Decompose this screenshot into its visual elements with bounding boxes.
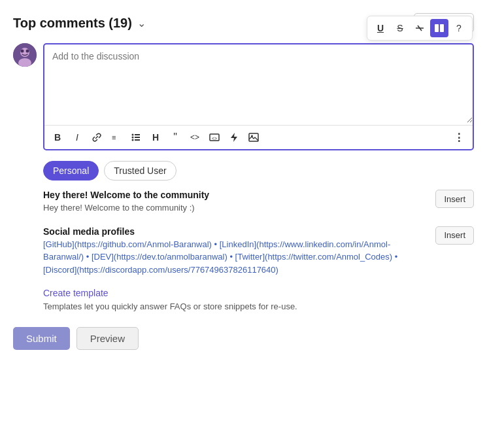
svg-point-12 bbox=[132, 137, 134, 139]
svg-point-14 bbox=[132, 139, 134, 141]
svg-point-10 bbox=[132, 134, 134, 136]
strikethrough-button[interactable]: S bbox=[391, 19, 409, 37]
code-button[interactable]: <> bbox=[186, 128, 204, 146]
help-button[interactable]: ? bbox=[450, 19, 468, 37]
svg-rect-15 bbox=[135, 139, 140, 141]
heading-button[interactable]: H bbox=[146, 128, 165, 146]
svg-rect-7 bbox=[435, 24, 439, 32]
svg-text:≡: ≡ bbox=[112, 133, 116, 141]
trusted-user-tab[interactable]: Trusted User bbox=[104, 161, 176, 181]
header-left: Top comments (19) ⌄ bbox=[13, 16, 146, 31]
template-content-2: Social media profiles [GitHub](https://g… bbox=[43, 226, 428, 277]
submit-button[interactable]: Submit bbox=[13, 327, 70, 350]
columns-button[interactable] bbox=[430, 19, 448, 37]
editor-wrapper: U S ? B I ≡ H " <> bbox=[43, 43, 474, 150]
italic-button[interactable]: I bbox=[68, 128, 86, 146]
bold-button[interactable]: B bbox=[48, 128, 67, 146]
unordered-list-button[interactable] bbox=[127, 128, 145, 146]
codebox-button[interactable]: <> bbox=[205, 128, 224, 146]
template-item: Hey there! Welcome to the community Hey … bbox=[43, 190, 474, 215]
create-template-section: Create template Templates let you quickl… bbox=[43, 288, 474, 311]
underline-button[interactable]: U bbox=[371, 19, 390, 37]
template-body-2: [GitHub](https://github.com/Anmol-Baranw… bbox=[43, 238, 428, 277]
template-title-2: Social media profiles bbox=[43, 226, 428, 237]
svg-rect-19 bbox=[249, 133, 258, 141]
svg-rect-13 bbox=[135, 137, 140, 138]
avatar bbox=[13, 43, 37, 67]
templates-list: Hey there! Welcome to the community Hey … bbox=[43, 190, 474, 311]
sort-icon[interactable]: ⌄ bbox=[137, 17, 146, 29]
lightning-button[interactable] bbox=[225, 128, 243, 146]
quote-button[interactable]: " bbox=[166, 128, 184, 146]
link-button[interactable] bbox=[88, 128, 106, 146]
image-button[interactable] bbox=[244, 128, 263, 146]
strikethrough2-button[interactable] bbox=[411, 19, 429, 37]
template-content: Hey there! Welcome to the community Hey … bbox=[43, 190, 428, 215]
editor-toolbar: B I ≡ H " <> <> ⋮ bbox=[44, 125, 473, 149]
svg-rect-11 bbox=[135, 134, 140, 135]
svg-point-4 bbox=[26, 50, 29, 53]
create-template-link[interactable]: Create template bbox=[43, 288, 474, 298]
template-item: Social media profiles [GitHub](https://g… bbox=[43, 226, 474, 277]
svg-rect-8 bbox=[440, 24, 444, 32]
compose-area: U S ? B I ≡ H " <> bbox=[13, 43, 474, 150]
bottom-actions: Submit Preview bbox=[13, 327, 474, 350]
insert-button-0[interactable]: Insert bbox=[435, 190, 474, 208]
personal-tab[interactable]: Personal bbox=[43, 161, 99, 181]
template-title: Hey there! Welcome to the community bbox=[43, 190, 428, 200]
comments-title: Top comments (19) bbox=[13, 16, 132, 31]
svg-text:<>: <> bbox=[212, 136, 217, 141]
template-tabs: Personal Trusted User bbox=[43, 161, 474, 181]
ordered-list-button[interactable]: ≡ bbox=[107, 128, 126, 146]
create-template-desc: Templates let you quickly answer FAQs or… bbox=[43, 302, 297, 311]
extended-toolbar: U S ? bbox=[367, 16, 473, 41]
preview-button[interactable]: Preview bbox=[76, 327, 139, 350]
template-body: Hey there! Welcome to the community :) bbox=[43, 201, 428, 215]
comment-input[interactable] bbox=[44, 44, 473, 123]
svg-point-3 bbox=[21, 50, 24, 53]
insert-button-1[interactable]: Insert bbox=[435, 226, 474, 245]
more-button[interactable]: ⋮ bbox=[450, 128, 469, 146]
svg-marker-18 bbox=[231, 133, 237, 142]
